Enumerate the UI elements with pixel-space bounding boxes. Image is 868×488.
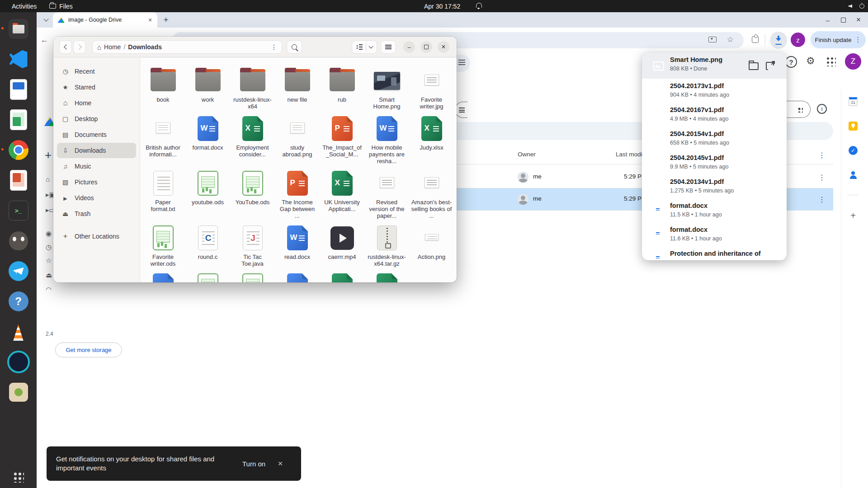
download-item-2504-20134v1-pdf[interactable]: 2504.20134v1.pdf1,275 KB • 5 minutes ago [642, 174, 787, 198]
sidebar-item-downloads[interactable]: Downloads [57, 143, 136, 158]
download-item-protection-and-inheritance-of[interactable]: Protection and inheritance of [642, 246, 787, 260]
finish-update-button[interactable]: Finish update [811, 31, 866, 48]
add-addon-icon[interactable] [850, 211, 856, 221]
drive-recent-icon[interactable]: ◷ [46, 243, 52, 251]
search-button[interactable] [287, 40, 302, 54]
download-item-2504-20173v1-pdf[interactable]: 2504.20173v1.pdf904 KB • 4 minutes ago [642, 79, 787, 103]
new-tab-button[interactable] [160, 14, 172, 26]
file-the-income-gap-between[interactable]: PThe Income Gap between ... [275, 169, 320, 219]
sidebar-item-starred[interactable]: Starred [57, 80, 136, 95]
drive-home-icon[interactable]: ⌂ [46, 175, 50, 183]
file-uk-university-applicati[interactable]: XUK University Applicati... [320, 169, 364, 219]
file-partial[interactable]: W [141, 271, 185, 282]
bookmark-star-icon[interactable] [727, 35, 734, 44]
file-employment-consider[interactable]: XEmployment consider... [230, 114, 275, 164]
file-rustdesk-linux-x64[interactable]: rustdesk-linux-x64 [230, 66, 275, 110]
sidebar-item-pictures[interactable]: Pictures [57, 174, 136, 190]
activities-button[interactable]: Activities [5, 0, 43, 12]
tasks-icon[interactable] [849, 146, 858, 155]
google-apps-icon[interactable] [826, 56, 836, 66]
downloads-button[interactable] [770, 32, 787, 49]
close-button[interactable] [854, 15, 863, 25]
file-partial[interactable] [185, 271, 230, 282]
libreoffice-writer-dock-icon[interactable] [6, 77, 31, 102]
file-youtube-ods[interactable]: youtube.ods [185, 169, 230, 219]
view-toggle-button[interactable] [352, 40, 377, 54]
file-book[interactable]: book [141, 66, 185, 110]
file-british-author-informati[interactable]: British author informati... [141, 114, 185, 164]
download-item-2504-20167v1-pdf[interactable]: 2504.20167v1.pdf4.9 MB • 4 minutes ago [642, 103, 787, 127]
forward-button[interactable] [73, 40, 86, 54]
drive-shared-icon[interactable]: ◉ [46, 230, 52, 238]
vscode-dock-icon[interactable] [6, 47, 31, 71]
search-filter-icon[interactable] [458, 60, 465, 65]
libreoffice-impress-dock-icon[interactable] [6, 168, 31, 192]
download-item-2504-20154v1-pdf[interactable]: 2504.20154v1.pdf658 KB • 5 minutes ago [642, 127, 787, 150]
file-format-docx[interactable]: Wformat.docx [185, 114, 230, 164]
vlc-dock-icon[interactable] [6, 319, 31, 344]
file-study-abroad-png[interactable]: study abroad.png [275, 114, 320, 164]
sidebar-item-home[interactable]: Home [57, 95, 136, 111]
download-item-2504-20145v1-pdf[interactable]: 2504.20145v1.pdf9.9 MB • 5 minutes ago [642, 150, 787, 174]
back-button[interactable] [59, 40, 72, 54]
sidebar-item-trash[interactable]: Trash [57, 206, 136, 221]
file-youtube-ods[interactable]: YouTube.ods [230, 169, 275, 219]
contacts-icon[interactable] [849, 170, 858, 179]
toast-close-icon[interactable] [276, 460, 284, 468]
file-the-impact-of-social-m[interactable]: PThe_Impact_of_Social_M... [320, 114, 364, 164]
focused-app-menu[interactable]: Files [43, 0, 79, 12]
grid-view-toggle[interactable] [785, 101, 811, 118]
clock[interactable]: Apr 30 17:52 [424, 0, 460, 12]
file-action-png[interactable]: Action.png [409, 223, 454, 267]
file-how-mobile-payments-are-resha[interactable]: WHow mobile payments are resha... [364, 114, 409, 164]
drive-trash-icon[interactable]: ⏏ [46, 271, 52, 279]
account-avatar[interactable]: Z [845, 53, 861, 70]
file-partial[interactable]: X [320, 271, 364, 282]
download-item-format-docx[interactable]: format.docx11.5 KB • 1 hour ago [642, 198, 787, 222]
file-read-docx[interactable]: Wread.docx [275, 223, 320, 267]
open-in-new-icon[interactable] [765, 60, 776, 71]
row-actions-kebab-icon[interactable] [817, 172, 827, 182]
download-item-smart-home-png[interactable]: Smart Home.png808 KB • Done [642, 52, 787, 79]
window-maximize-button[interactable] [420, 41, 432, 53]
drive-starred-icon[interactable]: ☆ [46, 257, 52, 265]
file-partial[interactable]: W [275, 271, 320, 282]
sidebar-item-music[interactable]: Music [57, 159, 136, 174]
show-applications-icon[interactable] [13, 472, 24, 483]
file-rub[interactable]: rub [320, 66, 364, 110]
profile-avatar[interactable]: z [791, 33, 805, 47]
keep-icon[interactable] [849, 122, 858, 131]
file-favorite-writer-jpg[interactable]: Favorite writer.jpg [409, 66, 454, 110]
file-work[interactable]: work [185, 66, 230, 110]
install-app-icon[interactable] [708, 37, 717, 42]
hamburger-menu-button[interactable] [381, 40, 396, 54]
drive-new-button-fragment[interactable]: + [45, 148, 52, 162]
ide-dock-icon[interactable] [6, 350, 31, 374]
file-amazon-s-best-selling-books-of[interactable]: Amazon's best-selling books of ... [409, 169, 454, 219]
calendar-icon[interactable]: 31 [849, 97, 858, 106]
minimize-button[interactable] [823, 15, 833, 25]
sidebar-item-recent[interactable]: Recent [57, 64, 136, 79]
software-store-dock-icon[interactable] [6, 380, 31, 404]
path-kebab-icon[interactable] [271, 43, 277, 51]
gear-icon[interactable] [806, 55, 815, 67]
expand-panel-chevron-icon[interactable] [850, 484, 854, 488]
file-caerrr-mp4[interactable]: caerrr.mp4 [320, 223, 364, 267]
show-in-folder-icon[interactable] [748, 60, 759, 71]
telegram-dock-icon[interactable] [6, 259, 31, 283]
window-close-button[interactable] [438, 41, 449, 53]
system-status-area[interactable] [849, 0, 864, 12]
file-judy-xlsx[interactable]: XJudy.xlsx [409, 114, 454, 164]
help-icon[interactable] [785, 56, 797, 68]
turn-on-button[interactable]: Turn on [242, 460, 265, 468]
breadcrumb-current[interactable]: Downloads [128, 43, 162, 51]
row-actions-kebab-icon[interactable] [817, 194, 827, 204]
info-icon[interactable] [817, 104, 827, 114]
sidebar-item-desktop[interactable]: Desktop [57, 111, 136, 127]
window-minimize-button[interactable] [403, 41, 415, 53]
tab-close-icon[interactable] [146, 16, 154, 23]
get-more-storage-button[interactable]: Get more storage [55, 343, 122, 357]
file-smart-home-png[interactable]: Smart Home.png [364, 66, 409, 110]
breadcrumb-root[interactable]: Home [104, 43, 121, 51]
file-round-c[interactable]: round.c [185, 223, 230, 267]
